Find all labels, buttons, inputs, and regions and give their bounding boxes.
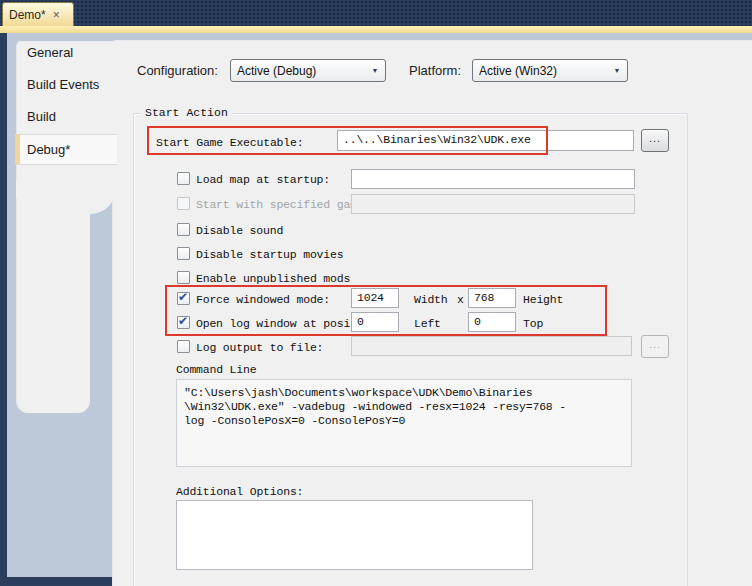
- active-tab-underline: [0, 26, 752, 33]
- log-output-label: Log output to file:: [196, 341, 323, 354]
- sidebar-item-debug[interactable]: Debug*: [15, 134, 117, 165]
- close-icon[interactable]: ×: [53, 9, 60, 21]
- chevron-down-icon: ▼: [607, 67, 627, 74]
- command-line-label: Command Line: [176, 363, 256, 376]
- chevron-down-icon: ▼: [365, 67, 385, 74]
- disable-startup-movies-checkbox[interactable]: [177, 247, 190, 260]
- game-type-label: Start with specified game t: [196, 198, 377, 211]
- sidebar-spine: [16, 198, 90, 413]
- tab-demo[interactable]: Demo* ×: [2, 2, 74, 26]
- load-map-input[interactable]: [351, 169, 635, 189]
- additional-options-label: Additional Options:: [176, 485, 303, 498]
- command-line-text: "C:\Users\jash\Documents\workspace\UDK\D…: [184, 386, 624, 400]
- browse-log-file-button: ...: [641, 335, 669, 358]
- command-line-text: \Win32\UDK.exe" -vadebug -windowed -resx…: [184, 400, 624, 414]
- platform-label: Platform:: [409, 63, 461, 78]
- game-type-input: [351, 194, 635, 214]
- annotation-rect-executable: [147, 126, 548, 155]
- sidebar-item-label: Debug*: [20, 142, 70, 157]
- configuration-value: Active (Debug): [231, 64, 365, 78]
- disable-sound-label: Disable sound: [196, 224, 283, 237]
- disable-sound-checkbox[interactable]: [177, 223, 190, 236]
- document-tab-strip: Demo* ×: [0, 0, 752, 26]
- configuration-select[interactable]: Active (Debug) ▼: [230, 59, 386, 82]
- load-map-checkbox[interactable]: [177, 172, 190, 185]
- annotation-rect-window-options: [165, 285, 607, 336]
- platform-value: Active (Win32): [473, 64, 607, 78]
- browse-executable-button[interactable]: ...: [641, 129, 669, 152]
- configuration-label: Configuration:: [137, 63, 218, 78]
- enable-unpublished-mods-checkbox[interactable]: [177, 271, 190, 284]
- platform-select[interactable]: Active (Win32) ▼: [472, 59, 628, 82]
- game-type-checkbox: [177, 197, 190, 210]
- tab-title: Demo*: [9, 8, 46, 22]
- property-page: Demo* × General Build Events Build Debug…: [0, 0, 752, 586]
- start-action-group-title: Start Action: [141, 106, 232, 119]
- sidebar-item-general[interactable]: General: [27, 45, 73, 60]
- command-line-text: log -ConsolePosX=0 -ConsolePosY=0: [184, 414, 624, 428]
- log-output-checkbox[interactable]: [177, 340, 190, 353]
- additional-options-input[interactable]: [176, 500, 533, 570]
- sidebar-item-build-events[interactable]: Build Events: [27, 77, 99, 92]
- window-bottom-edge: [0, 577, 112, 586]
- sidebar-item-build[interactable]: Build: [27, 109, 56, 124]
- window-left-edge: [0, 33, 7, 586]
- load-map-label: Load map at startup:: [196, 173, 330, 186]
- enable-unpublished-mods-label: Enable unpublished mods: [196, 272, 350, 285]
- log-output-input: [351, 336, 632, 356]
- disable-startup-movies-label: Disable startup movies: [196, 248, 343, 261]
- command-line-box[interactable]: "C:\Users\jash\Documents\workspace\UDK\D…: [176, 379, 632, 467]
